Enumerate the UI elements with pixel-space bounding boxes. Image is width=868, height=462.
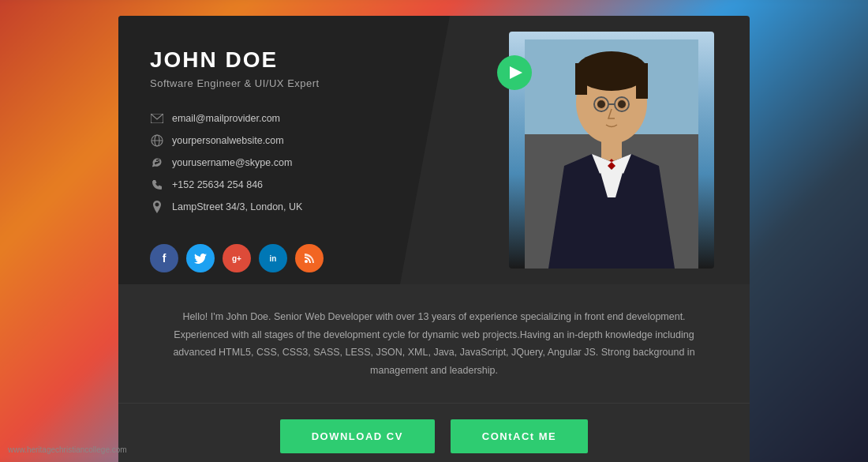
play-button[interactable] xyxy=(497,55,532,90)
person-illustration xyxy=(525,39,698,269)
linkedin-button[interactable]: in xyxy=(259,244,287,272)
bio-section: Hello! I'm John Doe. Senior Web Develope… xyxy=(118,284,750,404)
contact-skype: yourusername@skype.com xyxy=(150,156,418,170)
main-container: JOHN DOE Software Engineer & UI/UX Exper… xyxy=(118,16,750,446)
contact-location: LampStreet 34/3, London, UK xyxy=(150,200,418,214)
svg-point-4 xyxy=(305,260,308,263)
svg-point-16 xyxy=(597,100,605,108)
svg-point-17 xyxy=(618,100,626,108)
svg-rect-9 xyxy=(575,63,587,95)
footer-url: www.heritagechristiancollege.com xyxy=(8,445,127,454)
location-icon xyxy=(150,200,164,214)
profile-left-panel: JOHN DOE Software Engineer & UI/UX Exper… xyxy=(118,16,450,284)
profile-title: Software Engineer & UI/UX Expert xyxy=(150,77,418,89)
social-links: f g+ in xyxy=(150,244,418,272)
contact-email: email@mailprovider.com xyxy=(150,111,418,126)
globe-icon xyxy=(150,133,164,148)
profile-right-panel xyxy=(450,16,750,284)
contact-phone-value: +152 25634 254 846 xyxy=(172,179,263,190)
email-icon xyxy=(150,111,164,126)
google-button[interactable]: g+ xyxy=(223,244,251,272)
photo-background xyxy=(509,32,714,269)
svg-rect-10 xyxy=(636,63,648,99)
action-buttons: DOWNLOAD CV CONtACt ME xyxy=(118,404,750,462)
phone-icon xyxy=(150,178,164,192)
contact-email-value: email@mailprovider.com xyxy=(172,113,280,124)
profile-name: JOHN DOE xyxy=(150,47,418,73)
person-photo xyxy=(509,32,714,269)
skype-icon xyxy=(150,156,164,170)
download-cv-button[interactable]: DOWNLOAD CV xyxy=(280,419,435,453)
twitter-button[interactable] xyxy=(186,244,215,272)
contact-me-button[interactable]: CONtACt ME xyxy=(451,419,588,453)
bio-text: Hello! I'm John Doe. Senior Web Develope… xyxy=(166,308,702,379)
contact-website-value: yourpersonalwebsite.com xyxy=(172,135,284,146)
contact-list: email@mailprovider.com yourpersonalwebsi… xyxy=(150,111,418,222)
contact-location-value: LampStreet 34/3, London, UK xyxy=(172,201,302,212)
facebook-button[interactable]: f xyxy=(150,244,178,272)
contact-website: yourpersonalwebsite.com xyxy=(150,133,418,148)
contact-phone: +152 25634 254 846 xyxy=(150,178,418,192)
rss-button[interactable] xyxy=(295,244,324,272)
contact-skype-value: yourusername@skype.com xyxy=(172,157,292,168)
play-icon xyxy=(510,66,522,79)
bottom-section: Hello! I'm John Doe. Senior Web Develope… xyxy=(118,284,750,462)
profile-card: JOHN DOE Software Engineer & UI/UX Exper… xyxy=(118,16,750,284)
